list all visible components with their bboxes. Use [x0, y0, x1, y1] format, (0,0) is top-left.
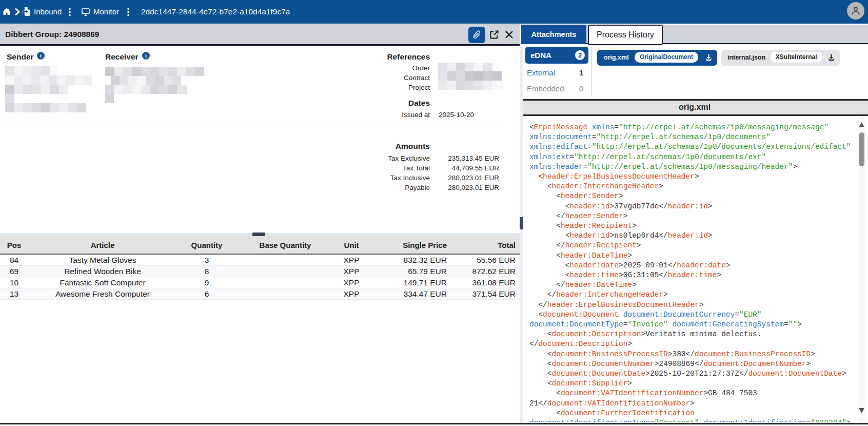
svg-text:i: i	[145, 53, 147, 59]
svg-text:i: i	[40, 53, 42, 59]
